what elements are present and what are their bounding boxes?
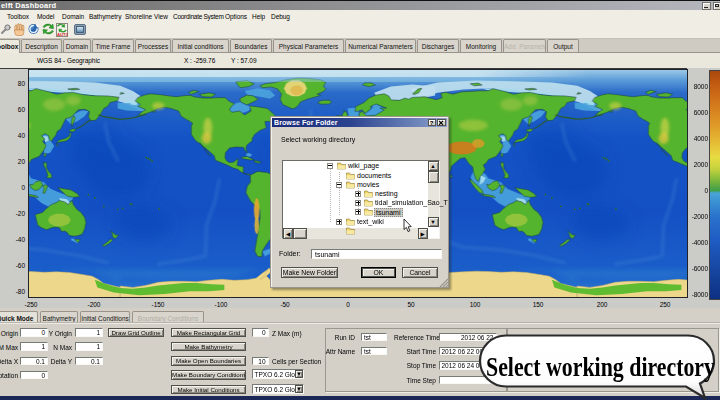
svg-text:Select working directory: Select working directory — [486, 351, 715, 382]
svg-text:AUTO: AUTO — [57, 32, 68, 37]
